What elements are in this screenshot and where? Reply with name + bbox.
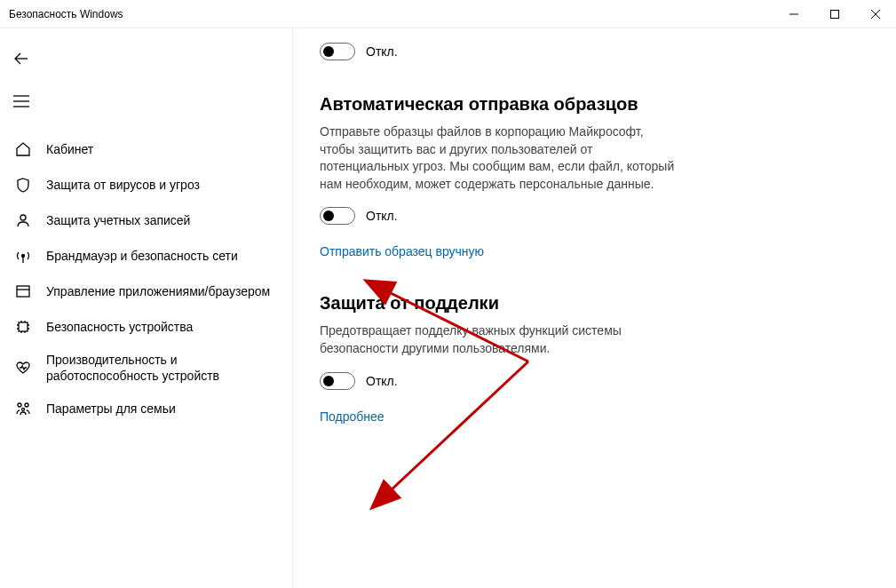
window-icon (14, 282, 32, 300)
toggle-switch[interactable] (320, 43, 355, 60)
toggle-row-tamper: Откл. (320, 372, 675, 390)
sidebar-item-firewall[interactable]: Брандмауэр и безопасность сети (0, 238, 292, 274)
sidebar-item-device-security[interactable]: Безопасность устройства (0, 309, 292, 345)
section-tamper: Защита от подделки Предотвращает подделк… (320, 293, 675, 424)
svg-rect-13 (19, 322, 28, 331)
antenna-icon (14, 247, 32, 265)
svg-rect-1 (831, 10, 839, 18)
content-area: Откл. Автоматическая отправка образцов О… (293, 28, 896, 588)
section-heading: Защита от подделки (320, 293, 675, 314)
toggle-switch[interactable] (320, 207, 355, 225)
close-button[interactable] (855, 0, 896, 28)
shield-icon (14, 176, 32, 194)
learn-more-link[interactable]: Подробнее (320, 409, 385, 424)
section-auto-sample: Автоматическая отправка образцов Отправь… (320, 94, 675, 259)
toggle-row-top: Откл. (320, 43, 896, 60)
sidebar-item-label: Управление приложениями/браузером (46, 283, 270, 299)
maximize-button[interactable] (814, 0, 855, 28)
toggle-switch[interactable] (320, 372, 355, 390)
sidebar-item-performance[interactable]: Производительность и работоспособность у… (0, 345, 292, 391)
section-heading: Автоматическая отправка образцов (320, 94, 675, 115)
sidebar-item-label: Защита учетных записей (46, 212, 190, 228)
toggle-state-label: Откл. (366, 209, 398, 223)
hamburger-button[interactable] (0, 80, 43, 123)
chip-icon (14, 318, 32, 336)
title-bar: Безопасность Windows (0, 0, 896, 28)
window-title: Безопасность Windows (9, 8, 773, 20)
sidebar-item-app-browser[interactable]: Управление приложениями/браузером (0, 274, 292, 309)
toggle-state-label: Откл. (366, 44, 398, 59)
sidebar-item-account[interactable]: Защита учетных записей (0, 203, 292, 238)
sidebar-item-label: Параметры для семьи (46, 401, 176, 417)
sidebar-item-label: Кабинет (46, 141, 93, 157)
back-button[interactable] (0, 37, 43, 80)
minimize-button[interactable] (773, 0, 814, 28)
sidebar-item-label: Безопасность устройства (46, 319, 193, 335)
sidebar-item-virus[interactable]: Защита от вирусов и угроз (0, 167, 292, 203)
sidebar: Кабинет Защита от вирусов и угроз Защита… (0, 28, 293, 588)
section-description: Предотвращает подделку важных функций си… (320, 322, 675, 357)
svg-point-23 (25, 403, 28, 407)
svg-point-22 (18, 403, 21, 407)
sidebar-item-label: Защита от вирусов и угроз (46, 177, 200, 193)
person-icon (14, 211, 32, 229)
toggle-row-sample: Откл. (320, 207, 675, 225)
toggle-state-label: Откл. (366, 374, 398, 388)
sidebar-item-label: Брандмауэр и безопасность сети (46, 248, 238, 264)
send-sample-link[interactable]: Отправить образец вручную (320, 244, 484, 258)
sidebar-item-family[interactable]: Параметры для семьи (0, 391, 292, 426)
family-icon (14, 400, 32, 417)
svg-rect-11 (17, 286, 29, 297)
sidebar-item-label: Производительность и работоспособность у… (46, 352, 278, 384)
svg-point-24 (22, 409, 25, 411)
home-icon (14, 140, 32, 158)
svg-point-8 (20, 215, 26, 220)
section-description: Отправьте образцы файлов в корпорацию Ма… (320, 123, 675, 193)
heart-icon (14, 359, 32, 377)
window-controls (773, 0, 896, 28)
sidebar-item-home[interactable]: Кабинет (0, 131, 292, 167)
